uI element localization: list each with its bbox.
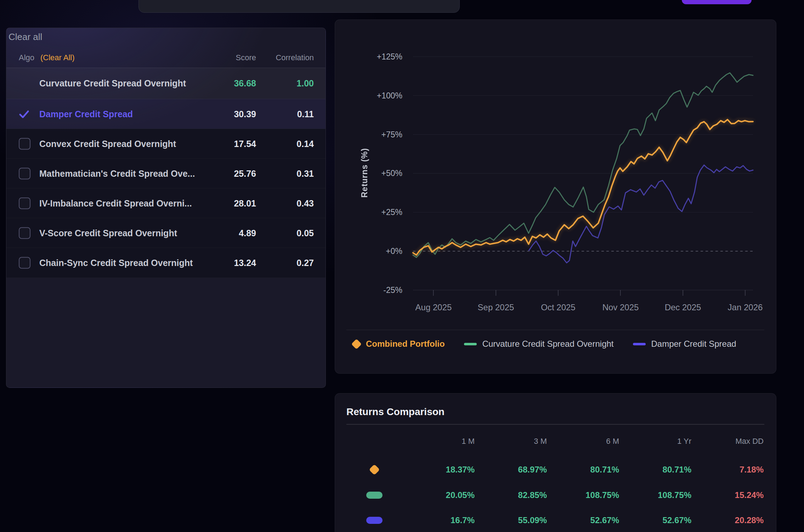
checkbox-icon[interactable] [19, 138, 30, 150]
algo-score: 30.39 [234, 99, 256, 129]
y-tick-label: +75% [349, 129, 402, 140]
return-1yr: 80.71% [631, 457, 691, 482]
returns-line-chart [413, 50, 753, 298]
checkmark-icon[interactable] [18, 108, 30, 120]
primary-action-button[interactable] [682, 0, 752, 4]
line-swatch-icon [464, 343, 477, 345]
algo-row-iv-imbalance[interactable]: IV-Imbalance Credit Spread Overni... 28.… [6, 188, 325, 218]
return-6m: 52.67% [559, 508, 619, 532]
chart-legend: Combined Portfolio Curvature Credit Spre… [353, 336, 736, 352]
algo-correlation: 0.43 [296, 188, 314, 218]
algo-name: Convex Credit Spread Overnight [39, 129, 176, 159]
algo-row-convex[interactable]: Convex Credit Spread Overnight 17.54 0.1… [6, 129, 325, 159]
column-header-maxdd: Max DD [703, 437, 764, 446]
checkbox-icon[interactable] [19, 198, 30, 209]
checkbox-icon[interactable] [19, 168, 30, 180]
returns-comparison-title: Returns Comparison [346, 406, 445, 418]
clear-all-floating-label: Clear all [9, 32, 42, 43]
algo-name: Chain-Sync Credit Spread Overnight [39, 248, 193, 278]
x-tick-label: Nov 2025 [590, 302, 651, 313]
return-1m: 20.05% [414, 482, 475, 508]
algo-row-chain-sync[interactable]: Chain-Sync Credit Spread Overnight 13.24… [6, 248, 325, 278]
x-tick-label: Oct 2025 [528, 302, 588, 313]
algo-column-header: Algo [19, 48, 34, 68]
algo-name: V-Score Credit Spread Overnight [39, 218, 177, 248]
return-1m: 16.7% [414, 508, 475, 532]
legend-item-curvature[interactable]: Curvature Credit Spread Overnight [464, 339, 614, 349]
legend-divider [346, 330, 764, 330]
algo-score: 28.01 [234, 188, 256, 218]
score-column-header: Score [236, 48, 256, 68]
algo-correlation: 0.11 [297, 99, 314, 129]
legend-label: Curvature Credit Spread Overnight [482, 339, 614, 349]
algo-correlation: 0.14 [296, 129, 314, 159]
max-drawdown: 15.24% [703, 482, 764, 508]
line-swatch-icon [633, 343, 646, 345]
return-1m: 18.37% [414, 457, 475, 482]
comparison-row-combined: 18.37% 68.97% 80.71% 80.71% 7.18% [335, 457, 776, 482]
clear-all-link[interactable]: (Clear All) [40, 48, 75, 68]
comparison-row-curvature: 20.05% 82.85% 108.75% 108.75% 15.24% [335, 482, 776, 508]
y-tick-label: +50% [349, 168, 402, 179]
y-tick-label: +100% [349, 90, 402, 101]
legend-label: Combined Portfolio [366, 339, 445, 349]
y-tick-label: +25% [349, 206, 402, 218]
pill-series-icon [366, 517, 383, 524]
max-drawdown: 7.18% [703, 457, 764, 482]
search-input[interactable] [138, 0, 460, 13]
algo-score: 4.89 [239, 218, 256, 248]
performance-chart-panel: Returns (%) +125% +100% +75% +50% +25% +… [335, 19, 776, 374]
diamond-series-icon [369, 464, 380, 475]
return-6m: 108.75% [559, 482, 619, 508]
y-tick-label: -25% [349, 284, 402, 296]
algo-name: Damper Credit Spread [39, 99, 133, 129]
algo-table-header: Algo (Clear All) Score Correlation [6, 48, 325, 68]
algo-selection-panel: Clear all Algo (Clear All) Score Correla… [6, 28, 326, 388]
return-6m: 80.71% [559, 457, 619, 482]
algo-score: 13.24 [234, 248, 256, 278]
diamond-swatch-icon [351, 339, 362, 349]
algo-row-curvature[interactable]: Curvature Credit Spread Overnight 36.68 … [6, 68, 325, 99]
algo-row-damper[interactable]: Damper Credit Spread 30.39 0.11 [6, 99, 325, 129]
algo-row-mathematicians[interactable]: Mathematician's Credit Spread Ove... 25.… [6, 158, 325, 188]
returns-comparison-panel: Returns Comparison 1 M 3 M 6 M 1 Yr Max … [335, 393, 776, 532]
pill-series-icon [366, 492, 383, 499]
legend-item-combined-portfolio[interactable]: Combined Portfolio [353, 339, 445, 349]
algo-score: 25.76 [234, 159, 256, 188]
x-tick-label: Dec 2025 [653, 302, 713, 313]
title-divider [346, 424, 764, 425]
algo-score: 17.54 [234, 129, 256, 159]
algo-name: Curvature Credit Spread Overnight [39, 68, 186, 99]
column-header-1yr: 1 Yr [631, 437, 691, 446]
return-1yr: 52.67% [631, 508, 691, 532]
x-tick-label: Aug 2025 [403, 302, 464, 313]
return-3m: 82.85% [487, 482, 547, 508]
y-tick-label: +125% [349, 51, 402, 62]
algo-correlation: 0.05 [296, 218, 314, 248]
return-1yr: 108.75% [631, 482, 691, 508]
correlation-column-header: Correlation [276, 48, 314, 68]
x-tick-label: Sep 2025 [466, 302, 526, 313]
dashboard-screen: Clear all Algo (Clear All) Score Correla… [0, 0, 804, 532]
max-drawdown: 20.28% [703, 508, 764, 532]
algo-correlation: 0.31 [296, 159, 314, 188]
comparison-row-damper: 16.7% 55.09% 52.67% 52.67% 20.28% [335, 508, 776, 532]
algo-name: IV-Imbalance Credit Spread Overni... [39, 188, 192, 218]
algo-row-v-score[interactable]: V-Score Credit Spread Overnight 4.89 0.0… [6, 218, 325, 248]
checkbox-icon[interactable] [19, 227, 30, 239]
x-tick-label: Jan 2026 [715, 302, 775, 313]
column-header-3m: 3 M [487, 437, 547, 446]
algo-score: 36.68 [234, 68, 256, 99]
checkbox-icon[interactable] [19, 257, 30, 269]
legend-item-damper[interactable]: Damper Credit Spread [633, 339, 736, 349]
return-3m: 68.97% [487, 457, 547, 482]
return-3m: 55.09% [487, 508, 547, 532]
algo-correlation: 0.27 [296, 248, 314, 278]
algo-correlation: 1.00 [296, 68, 314, 99]
legend-label: Damper Credit Spread [651, 339, 736, 349]
algo-name: Mathematician's Credit Spread Ove... [39, 159, 195, 188]
column-header-6m: 6 M [559, 437, 619, 446]
column-header-1m: 1 M [414, 437, 475, 446]
y-tick-label: +0% [349, 245, 402, 257]
